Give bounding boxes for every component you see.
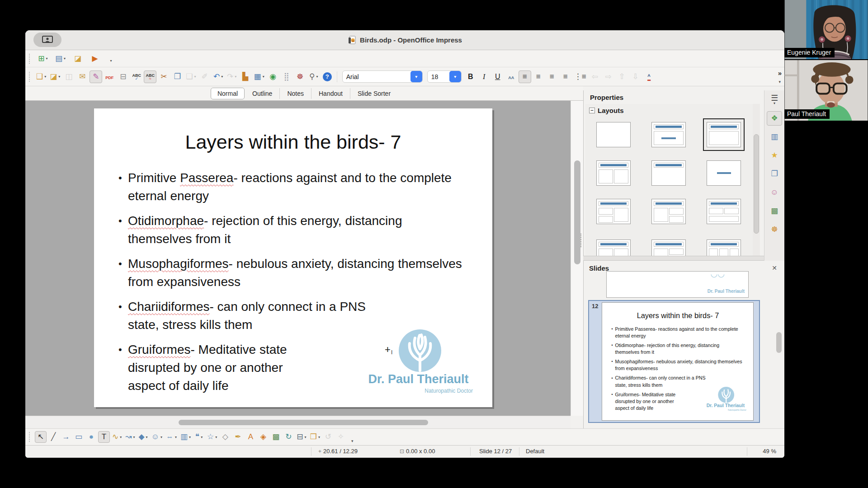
participant-video-paul[interactable]: Paul Theriault [784,60,868,121]
rectangle-icon[interactable]: ▭ [73,431,85,443]
gallery-icon[interactable]: ◈ [257,431,269,443]
chevron-down-icon[interactable]: ▾ [449,71,461,82]
zoom-icon[interactable]: ⚲▾ [307,70,320,83]
italic-icon[interactable]: I [478,70,491,83]
undo-icon[interactable]: ↶▾ [212,70,225,83]
promote-icon[interactable]: ⇦ [589,70,601,83]
layout-option-title-content-selected[interactable] [707,122,741,147]
chevron-down-icon[interactable]: ▾ [410,71,422,82]
layouts-scrollbar-thumb[interactable] [754,134,759,234]
layout-option-two-top-one-bottom[interactable] [707,199,741,224]
save-icon[interactable]: ◫ [62,70,75,83]
block-arrows-icon[interactable]: ⇔▾ [165,431,178,443]
gallery-tab-icon[interactable]: ☺ [767,185,782,200]
grid-icon[interactable]: ⣿ [280,70,293,83]
layout-option[interactable] [596,239,631,256]
layout-option-blank[interactable] [596,122,631,147]
redo-icon[interactable]: ↷▾ [226,70,238,83]
toolbar-drag-handle[interactable] [29,54,31,64]
slides-scrollbar-thumb[interactable] [776,332,782,353]
toolbar-drag-handle[interactable] [29,432,31,442]
character-dialog-icon[interactable]: A▂ [643,70,656,83]
interaction-icon[interactable]: ↺ [322,431,334,443]
glue-points-icon[interactable]: ✒ [232,431,244,443]
slide-canvas[interactable]: Layers within the birds- 7 Primitive Pas… [94,108,492,407]
export-pdf-icon[interactable]: PDF [103,70,116,83]
horizontal-scrollbar-thumb[interactable] [179,420,428,425]
images-tab-icon[interactable]: ▩ [767,204,782,218]
slide-template-field[interactable]: Default [526,448,544,455]
print-icon[interactable]: ⊟ [117,70,129,83]
slide-11-thumbnail[interactable]: ◡◡ Dr. Paul Theriault [606,271,749,298]
layout-option[interactable] [651,239,686,256]
start-presentation-icon[interactable]: ▶ [89,52,101,65]
close-icon[interactable]: ✕ [772,264,777,272]
align-right-icon[interactable]: ≡ [546,70,558,83]
layouts-header[interactable]: − Layouts [589,107,624,114]
layout-option[interactable] [707,239,741,256]
master-pages-tab-icon[interactable]: ❐ [767,167,782,181]
connector-icon[interactable]: ↝▾ [124,431,136,443]
justify-icon[interactable]: ≡ [559,70,572,83]
layout-option-title-content-centered[interactable] [651,122,686,147]
tab-outline[interactable]: Outline [245,88,280,99]
font-effects-icon[interactable]: AA [505,70,518,83]
layout-option-one-left-two-right[interactable] [651,199,686,224]
email-icon[interactable]: ✉ [76,70,89,83]
flowchart-icon[interactable]: ▥▾ [179,431,192,443]
ellipse-icon[interactable]: ● [85,431,97,443]
callouts-icon[interactable]: ❝▾ [193,431,205,443]
tab-notes[interactable]: Notes [280,88,311,99]
properties-tab-icon[interactable]: ❖ [767,111,782,126]
select-icon[interactable]: ↖ [35,431,47,443]
rotate-icon[interactable]: ↻ [283,431,294,443]
table-icon[interactable]: ▦▾ [253,70,266,83]
line-icon[interactable]: ╱ [47,431,59,443]
panel-splitter[interactable] [583,256,784,261]
move-up-icon[interactable]: ⇧ [616,70,628,83]
underline-icon[interactable]: U [491,70,504,83]
edit-points-icon[interactable]: ◇ [219,431,231,443]
sidebar-menu-button[interactable]: ☰ ▾ [767,93,782,107]
layout-option-two-left-one-right[interactable] [596,199,631,224]
curve-icon[interactable]: ∿▾ [111,431,123,443]
demote-icon[interactable]: ⇨ [602,70,615,83]
collapse-icon[interactable]: − [589,108,595,113]
open-icon[interactable]: ◪▾ [48,70,61,83]
screen-share-button[interactable] [33,33,61,47]
vertical-scrollbar[interactable] [571,101,583,416]
move-down-icon[interactable]: ⇩ [629,70,642,83]
symbol-shapes-icon[interactable]: ☺▾ [150,431,164,443]
font-name-combo[interactable]: Arial ▾ [342,70,423,83]
toolbar-overflow-icon[interactable]: ▾ [104,54,117,67]
layout-option-two-content[interactable] [596,160,631,186]
layouts-scrollbar[interactable] [753,104,760,256]
fontwork-icon[interactable]: A [245,431,256,443]
horizontal-scrollbar[interactable] [25,416,571,428]
arrow-icon[interactable]: → [60,431,72,443]
bullet-list-icon[interactable]: ⋮≡ [573,70,588,83]
edit-mode-icon[interactable]: ✎ [90,70,102,83]
vertical-scrollbar-thumb[interactable] [574,160,580,264]
title-bar[interactable]: Birds.odp - OpenOffice Impress [25,30,784,50]
layout-option-centered-text[interactable] [707,160,741,186]
text-box-icon[interactable]: T [98,431,110,443]
new-document-icon[interactable]: ❑▾ [35,70,47,83]
font-size-combo[interactable]: 18 ▾ [427,70,462,83]
paste-icon[interactable]: ❏▾ [184,70,197,83]
toolbar-overflow[interactable]: » ▾ [778,69,782,84]
tab-normal[interactable]: Normal [211,88,245,99]
toolbar-overflow-icon[interactable]: ▾ [351,439,354,443]
participant-video-eugenie[interactable]: Eugenie Kruger [784,0,868,59]
align-left-icon[interactable]: ≡ [519,70,531,83]
alignment-icon[interactable]: ⊟▾ [295,431,307,443]
autospellcheck-icon[interactable]: ABC≈ [144,70,156,83]
help-icon[interactable]: ? [321,70,334,83]
chart-icon[interactable]: ▙ [239,70,252,83]
toolbar-drag-handle[interactable] [29,72,31,82]
navigator-tab-icon[interactable]: ☸ [767,222,782,237]
custom-animation-tab-icon[interactable]: ▥ [767,130,782,144]
basic-shapes-icon[interactable]: ◆▾ [137,431,149,443]
spellcheck-icon[interactable]: ABC✓ [130,70,143,83]
bold-icon[interactable]: B [464,70,477,83]
